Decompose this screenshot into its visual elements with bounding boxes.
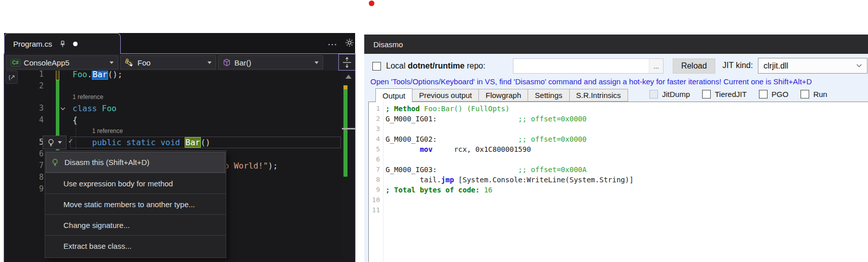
line-number-gutter [4,126,44,137]
output-line-number: 1 [369,104,380,114]
splitter-icon[interactable] [338,54,356,71]
asm-line[interactable]: 11 [369,205,868,215]
code-text: public static void Bar() [73,137,211,148]
output-line-number: 10 [369,195,380,205]
asm-token: ; Total bytes of code: [386,186,484,194]
output-line-number: 3 [369,124,380,134]
lightbulb-context-menu: Disasm this (Shift+Alt+D)Use expression … [45,150,226,258]
reload-button[interactable]: Reload [673,58,715,74]
menu-item-label: Move static members to another type... [63,200,195,209]
menu-item[interactable]: Disasm this (Shift+Alt+D) [46,152,225,173]
asm-token: ;; offset=0x0000 [518,135,586,143]
code-token: static [126,138,156,147]
lightbulb-icon [47,139,55,147]
code-text: Foo.Bar(); [73,71,122,80]
project-dropdown[interactable]: C# ConsoleApp5 [6,55,118,70]
line-number[interactable]: 5 [4,137,44,148]
output-line-number: 4 [369,134,380,144]
asm-text: tail.jmp [System.Console:WriteLine(Syste… [386,175,634,185]
codelens-references[interactable]: 1 reference [73,92,103,103]
lightbulb-margin-widget[interactable] [43,136,66,149]
asm-line[interactable]: 5 mov rcx, 0x1C800001590 [369,144,868,154]
asm-line[interactable]: 1; Method Foo:Bar() (FullOpts) [369,104,868,114]
tab-flowgraph[interactable]: Flowgraph [479,89,528,102]
tab-settings[interactable]: Settings [528,89,569,102]
pin-icon[interactable] [59,40,66,48]
tieredjit-checkbox[interactable] [702,90,711,99]
project-dropdown-label: ConsoleApp5 [24,58,106,67]
menu-item-label: Disasm this (Shift+Alt+D) [64,158,150,167]
tab-output[interactable]: Output [375,88,412,102]
repo-path-input[interactable]: ... [513,58,664,74]
asm-line[interactable]: 2G_M000_IG01: ;; offset=0x0000 [369,114,868,124]
chevron-down-icon [207,61,212,64]
tab-previous-output[interactable]: Previous output [412,89,479,102]
code-token: public [92,138,122,147]
csharp-project-icon: C# [11,59,20,67]
menu-item[interactable]: Change signature... [45,214,226,235]
hotkey-hint-link[interactable]: Open 'Tools/Options/Keyboard' in VS, fin… [370,77,812,86]
asm-token: Foo:Bar() (FullOpts) [424,105,510,113]
line-number[interactable]: 6 [4,148,44,160]
member-dropdown[interactable]: Bar() [218,55,323,70]
type-dropdown[interactable]: Foo [120,55,216,70]
chevron-down-icon [315,61,319,64]
asm-line[interactable]: 4G_M000_IG02: ;; offset=0x0000 [369,134,868,144]
line-number[interactable]: 3 [4,103,44,114]
asm-text: G_M000_IG03: ;; offset=0x000A [386,165,586,175]
asm-token: G_M000_IG02: [386,135,437,143]
line-number[interactable]: 9 [4,183,44,195]
menu-item[interactable]: Move static members to another type... [45,193,226,214]
toggle-pgo: PGO [759,90,788,99]
line-number[interactable]: 1 [4,71,44,80]
tab-s-r-intrinsics[interactable]: S.R.Intrinsics [570,89,628,102]
menu-item[interactable]: Extract base class... [45,235,226,256]
editor-scrollbar[interactable] [342,71,355,262]
tab-program-cs[interactable]: Program.cs [4,33,121,54]
jitdump-checkbox[interactable] [649,90,658,99]
code-line[interactable]: 2 [4,80,342,92]
disasmo-title-bar[interactable]: Disasmo [364,35,868,54]
line-number[interactable]: 7 [4,160,44,172]
code-editor-window: Program.cs … C# ConsoleApp5 Foo [4,33,356,262]
code-token [121,138,126,147]
toggle-jitdump: JitDump [649,90,690,99]
lightbulb-icon [51,158,59,167]
asm-line[interactable]: 9; Total bytes of code: 16 [369,185,868,195]
asm-line[interactable]: 7G_M000_IG03: ;; offset=0x000A [369,165,868,175]
member-dropdown-label: Bar() [234,58,311,67]
asm-line[interactable]: 8 tail.jmp [System.Console:WriteLine(Sys… [369,175,868,185]
asm-line[interactable]: 10 [369,195,868,205]
line-number[interactable]: 4 [4,114,44,126]
code-token: () [200,138,210,147]
asm-line[interactable]: 6 [369,154,868,165]
code-token [156,138,161,147]
pgo-checkbox[interactable] [759,90,768,99]
scrollbar-up-icon[interactable] [345,75,352,79]
line-number[interactable]: 8 [4,172,44,183]
menu-item[interactable]: Use expression body for method [45,173,226,193]
jit-kind-dropdown[interactable]: clrjit.dll [758,58,867,74]
codelens-references[interactable]: 1 reference [92,126,123,137]
fold-chevron-icon[interactable] [60,107,65,111]
scrollbar-caret-mark [342,128,355,129]
asm-token: G_M000_IG03: [386,166,437,174]
run-checkbox[interactable] [801,90,809,99]
code-text: class Foo [73,103,117,114]
more-icon[interactable]: … [327,36,338,48]
output-line-number: 11 [369,205,380,215]
code-line[interactable]: 4{ [4,114,342,126]
asm-line[interactable]: 3 [369,124,868,134]
code-line[interactable]: 1Foo.Bar(); [4,71,342,80]
toggle-label: PGO [772,90,788,99]
asm-text: ; Method Foo:Bar() (FullOpts) [386,104,509,114]
code-line[interactable]: 3class Foo [4,103,342,114]
local-runtime-repo-checkbox[interactable] [372,62,381,71]
browse-button[interactable]: ... [649,59,663,73]
editor-content-area[interactable]: { 1Foo.Bar();21 reference3class Foo4{1 r… [4,71,355,262]
toggle-label: Run [813,90,827,99]
gear-icon[interactable] [345,38,354,49]
output-line-number: 8 [369,175,380,185]
disassembly-output[interactable]: 1; Method Foo:Bar() (FullOpts)2G_M000_IG… [368,102,868,262]
line-number[interactable]: 2 [4,80,44,92]
